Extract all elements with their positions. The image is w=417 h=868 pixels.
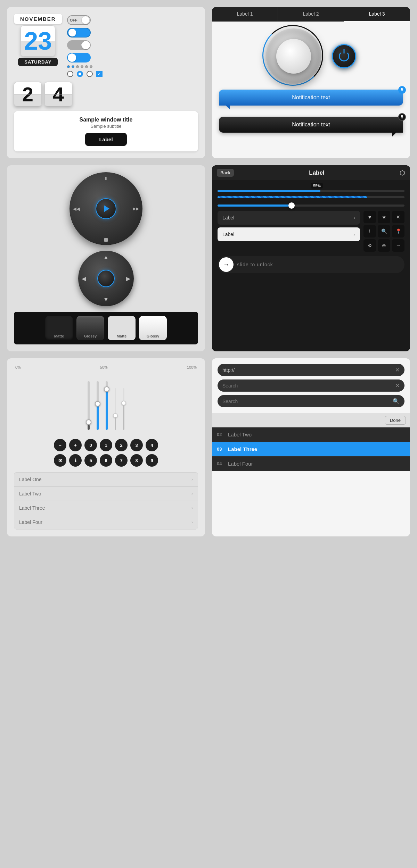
nav-left-button[interactable]: ◀ — [82, 275, 86, 282]
pct-50: 50% — [100, 365, 108, 369]
nav-center-button[interactable] — [97, 270, 115, 287]
radio-button-selected[interactable] — [77, 71, 83, 77]
back-button[interactable]: Back — [217, 169, 234, 177]
glossy-light-button[interactable]: Glossy — [139, 316, 167, 340]
glossy-dark-button[interactable]: Glossy — [76, 316, 104, 340]
radio-dot-5[interactable] — [85, 65, 88, 68]
circle-9[interactable]: 9 — [146, 454, 158, 467]
vslider-knob-1[interactable] — [86, 419, 91, 425]
tab-label3[interactable]: Label 3 — [344, 7, 410, 22]
vslider-knob-3[interactable] — [104, 386, 109, 392]
toggle-3-knob — [82, 41, 90, 49]
icon-search[interactable]: 🔍 — [378, 225, 390, 237]
window-label-button[interactable]: Label — [85, 133, 126, 146]
toggle-1[interactable]: OFF — [67, 15, 91, 25]
share-icon[interactable]: ⬡ — [400, 169, 405, 177]
dpad-stop-button[interactable] — [104, 238, 108, 242]
radio-dot-3[interactable] — [76, 65, 79, 68]
radio-button-2[interactable] — [87, 71, 93, 77]
circle-0[interactable]: 0 — [84, 439, 97, 451]
nav-up-button[interactable]: ▲ — [103, 254, 109, 260]
clear-icon-search[interactable]: ✕ — [395, 382, 400, 389]
number-list: 02 Label Two 03 Label Three 04 Label Fou… — [212, 427, 410, 471]
panel-calendar: NOVEMBER 23 SATURDAY OFF ON OFF — [7, 7, 205, 158]
number-list-row-02[interactable]: 02 Label Two — [212, 427, 410, 442]
list-item-1[interactable]: Label One › — [14, 473, 198, 487]
list-button-dark-1[interactable]: Label › — [218, 211, 360, 225]
list-chevron-3: › — [191, 506, 193, 510]
notification-dark: Notification text — [219, 117, 403, 133]
list-item-3[interactable]: Label Three › — [14, 501, 198, 515]
icon-location[interactable]: 📍 — [392, 225, 404, 237]
clear-icon-url[interactable]: ✕ — [395, 367, 400, 373]
circle-2[interactable]: 2 — [115, 439, 128, 451]
icon-gear[interactable]: ⚙ — [363, 239, 376, 252]
circle-6[interactable]: 6 — [100, 454, 112, 467]
panel2-body: Notification text 5 Notification text 5 — [212, 22, 410, 140]
dpad-ff-button[interactable]: ▶▶ — [133, 206, 139, 211]
circle-3[interactable]: 3 — [130, 439, 143, 451]
radio-dot-6[interactable] — [90, 65, 92, 68]
slide-unlock-text: slide to unlock — [237, 262, 273, 267]
icon-close[interactable]: ✕ — [392, 211, 404, 223]
search-input-mag[interactable] — [222, 399, 390, 404]
toggle-2[interactable]: ON — [67, 28, 91, 37]
radio-dot-1[interactable] — [67, 65, 70, 68]
url-input[interactable] — [222, 367, 392, 373]
list-button-light-1[interactable]: Label › — [218, 227, 360, 241]
notif-badge-dark: 5 — [398, 113, 406, 121]
circle-8[interactable]: 8 — [130, 454, 143, 467]
dpad-play-button[interactable] — [96, 198, 116, 219]
dpad-pause-button[interactable]: ⏸ — [104, 176, 108, 181]
icon-heart[interactable]: ♥ — [363, 211, 376, 223]
done-button[interactable]: Done — [385, 416, 406, 425]
pause-icon: ⏸ — [104, 176, 108, 181]
slider-knob[interactable] — [288, 202, 295, 209]
radio-dot-4[interactable] — [81, 65, 83, 68]
nav-down-button[interactable]: ▼ — [103, 297, 109, 303]
circle-4[interactable]: 4 — [146, 439, 158, 451]
power-button[interactable] — [332, 44, 356, 68]
circle-row-2: ✉ ℹ 5 6 7 8 9 — [14, 454, 198, 467]
number-list-row-04[interactable]: 04 Label Four — [212, 457, 410, 471]
knob-outer[interactable] — [266, 28, 321, 84]
radio-dot-2[interactable] — [72, 65, 74, 68]
radio-button[interactable] — [67, 71, 73, 77]
list-item-4[interactable]: Label Four › — [14, 515, 198, 529]
circle-plus[interactable]: + — [69, 439, 82, 451]
list-item-2[interactable]: Label Two › — [14, 487, 198, 501]
glossy-light-label: Glossy — [147, 334, 160, 338]
chevron-right-icon-2: › — [353, 232, 355, 237]
search-magnifier-icon[interactable]: 🔍 — [393, 398, 400, 404]
tab-label2[interactable]: Label 2 — [278, 7, 344, 22]
toggle-2-knob — [68, 29, 76, 36]
number-list-row-03[interactable]: 03 Label Three — [212, 442, 410, 457]
circle-1[interactable]: 1 — [100, 439, 112, 451]
slide-to-unlock[interactable]: → slide to unlock — [218, 256, 404, 273]
icon-exclaim[interactable]: ! — [363, 225, 376, 237]
search-input-clear[interactable] — [222, 383, 392, 389]
vslider-knob-2[interactable] — [95, 401, 100, 407]
calendar-month: NOVEMBER — [14, 14, 62, 24]
matte-dark-button-1[interactable]: Matte — [45, 316, 73, 340]
glossy-dark-label: Glossy — [84, 334, 97, 338]
number-02: 02 — [217, 432, 228, 437]
tab-label1[interactable]: Label 1 — [212, 7, 278, 22]
nav-right-button[interactable]: ▶ — [126, 275, 130, 282]
icon-star[interactable]: ★ — [378, 211, 390, 223]
progress-fill-1 — [218, 190, 320, 192]
icon-add[interactable]: ⊕ — [378, 239, 390, 252]
circle-mail[interactable]: ✉ — [54, 454, 66, 467]
circle-7[interactable]: 7 — [115, 454, 128, 467]
icon-arrow[interactable]: → — [392, 239, 404, 252]
toggle-4[interactable]: ON — [67, 53, 91, 62]
dpad-rewind-button[interactable]: ◀◀ — [73, 206, 80, 211]
icon-grid: ♥ ★ ✕ ! 🔍 📍 ⚙ ⊕ → — [363, 211, 404, 252]
circle-info[interactable]: ℹ — [69, 454, 82, 467]
checkbox-checked[interactable]: ✓ — [96, 71, 103, 77]
circle-5[interactable]: 5 — [84, 454, 97, 467]
circle-minus[interactable]: − — [54, 439, 66, 451]
toggle-3[interactable]: OFF — [67, 40, 91, 50]
vslider-thin-track-2 — [123, 388, 124, 430]
matte-light-button[interactable]: Matte — [108, 316, 136, 340]
